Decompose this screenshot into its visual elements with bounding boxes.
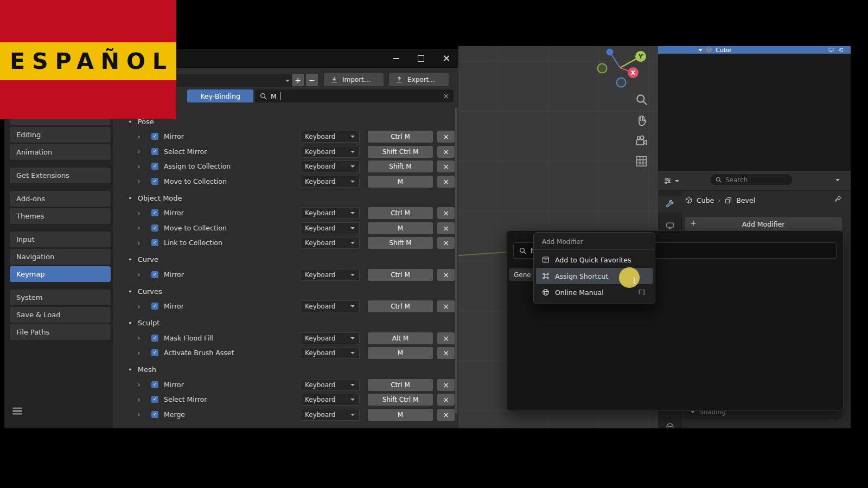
enabled-checkbox[interactable]: ✓ — [151, 239, 158, 246]
outliner-panel[interactable] — [658, 46, 851, 171]
properties-options-chevron-icon[interactable] — [835, 179, 840, 181]
editor-type-selector[interactable] — [663, 174, 686, 188]
zoom-icon[interactable] — [635, 93, 648, 106]
sidebar-item-animation[interactable]: Animation — [10, 144, 111, 160]
add-modifier-button[interactable]: + Add Modifier — [685, 217, 842, 231]
sidebar-item-input[interactable]: Input — [10, 232, 111, 247]
expand-chevron-icon[interactable]: › — [137, 349, 145, 357]
key-binding-button[interactable]: M — [368, 176, 433, 188]
remove-binding-button[interactable]: × — [437, 146, 455, 158]
clear-search-icon[interactable]: × — [443, 92, 449, 100]
sidebar-item-editing[interactable]: Editing — [10, 127, 111, 143]
expand-chevron-icon[interactable]: › — [137, 224, 145, 232]
navigation-gizmo[interactable]: Y X — [593, 42, 653, 97]
keymap-group-header[interactable]: •Curves — [113, 284, 455, 299]
camera-view-icon[interactable] — [635, 134, 648, 148]
add-keyconfig-button[interactable]: + — [292, 74, 304, 86]
remove-binding-button[interactable]: × — [437, 332, 455, 344]
pin-icon[interactable] — [834, 195, 843, 203]
expand-chevron-icon[interactable]: › — [137, 303, 145, 310]
expand-chevron-icon[interactable]: › — [137, 147, 145, 155]
expand-chevron-icon[interactable]: › — [137, 381, 145, 388]
key-binding-button[interactable]: Shift M — [368, 160, 433, 172]
sidebar-item-file-paths[interactable]: File Paths — [10, 324, 111, 340]
breadcrumb-modifier[interactable]: Bevel — [736, 196, 755, 204]
remove-binding-button[interactable]: × — [437, 222, 455, 234]
remove-binding-button[interactable]: × — [437, 379, 455, 391]
tab-render[interactable] — [665, 221, 675, 230]
ortho-grid-icon[interactable] — [635, 155, 648, 168]
remove-binding-button[interactable]: × — [437, 160, 455, 172]
remove-binding-button[interactable]: × — [437, 131, 455, 143]
outliner-selected-row[interactable]: Cube — [658, 46, 851, 54]
scrollbar[interactable] — [455, 107, 457, 414]
sidebar-item-navigation[interactable]: Navigation — [10, 249, 111, 265]
remove-binding-button[interactable]: × — [437, 394, 455, 406]
enabled-checkbox[interactable]: ✓ — [151, 271, 158, 278]
enabled-checkbox[interactable]: ✓ — [151, 411, 158, 418]
enabled-checkbox[interactable]: ✓ — [151, 224, 158, 232]
remove-binding-button[interactable]: × — [437, 347, 455, 359]
device-dropdown[interactable]: Keyboard — [300, 207, 360, 219]
remove-keyconfig-button[interactable]: − — [306, 74, 318, 86]
pan-hand-icon[interactable] — [635, 114, 648, 127]
enabled-checkbox[interactable]: ✓ — [151, 133, 158, 140]
expand-chevron-icon[interactable]: › — [137, 163, 145, 170]
maximize-button[interactable] — [409, 49, 433, 68]
expand-chevron-icon[interactable]: › — [137, 177, 145, 185]
enabled-checkbox[interactable]: ✓ — [151, 178, 158, 185]
key-binding-button[interactable]: Ctrl M — [368, 379, 433, 391]
device-dropdown[interactable]: Keyboard — [300, 409, 360, 421]
import-button[interactable]: Import... — [324, 73, 384, 86]
enabled-checkbox[interactable]: ✓ — [151, 148, 158, 155]
device-dropdown[interactable]: Keyboard — [300, 222, 360, 234]
key-binding-button[interactable]: Ctrl M — [368, 207, 433, 219]
device-dropdown[interactable]: Keyboard — [300, 160, 360, 172]
sidebar-item-add-ons[interactable]: Add-ons — [10, 191, 111, 207]
export-button[interactable]: Export... — [389, 73, 449, 86]
remove-binding-button[interactable]: × — [437, 300, 455, 312]
enabled-checkbox[interactable]: ✓ — [151, 349, 158, 356]
device-dropdown[interactable]: Keyboard — [300, 237, 360, 249]
device-dropdown[interactable]: Keyboard — [300, 379, 360, 391]
key-binding-button[interactable]: M — [368, 347, 433, 359]
enabled-checkbox[interactable]: ✓ — [151, 163, 158, 170]
key-binding-button[interactable]: Alt M — [368, 332, 433, 344]
screen-visibility-icon[interactable] — [828, 47, 834, 53]
expand-chevron-icon[interactable]: › — [137, 271, 145, 278]
device-dropdown[interactable]: Keyboard — [300, 176, 360, 188]
minimize-button[interactable] — [384, 49, 409, 68]
close-button[interactable] — [433, 49, 458, 68]
disclosure-triangle-icon[interactable] — [698, 49, 703, 52]
device-dropdown[interactable]: Keyboard — [300, 269, 360, 281]
remove-binding-button[interactable]: × — [437, 269, 455, 281]
breadcrumb-object[interactable]: Cube — [697, 196, 714, 204]
expand-chevron-icon[interactable]: › — [137, 410, 145, 418]
tab-modifiers[interactable] — [658, 196, 682, 213]
enabled-checkbox[interactable]: ✓ — [151, 381, 158, 388]
expand-chevron-icon[interactable]: › — [137, 239, 145, 247]
keymap-search-field[interactable]: M × — [255, 89, 454, 102]
enabled-checkbox[interactable]: ✓ — [151, 303, 158, 310]
device-dropdown[interactable]: Keyboard — [300, 131, 360, 143]
remove-binding-button[interactable]: × — [437, 207, 455, 219]
enabled-checkbox[interactable]: ✓ — [151, 396, 158, 403]
device-dropdown[interactable]: Keyboard — [300, 332, 360, 344]
keymap-group-header[interactable]: •Sculpt — [113, 316, 455, 331]
expand-chevron-icon[interactable]: › — [137, 133, 145, 140]
keymap-group-header[interactable]: •Mesh — [113, 362, 455, 377]
key-binding-button[interactable]: M — [368, 222, 433, 234]
render-visibility-icon[interactable] — [838, 47, 844, 53]
device-dropdown[interactable]: Keyboard — [300, 300, 360, 312]
expand-chevron-icon[interactable]: › — [137, 334, 145, 342]
keymap-group-header[interactable]: •Curve — [113, 252, 455, 267]
key-binding-button[interactable]: Ctrl M — [368, 131, 433, 143]
remove-binding-button[interactable]: × — [437, 237, 455, 249]
keymap-group-header[interactable]: •Object Mode — [113, 190, 455, 206]
remove-binding-button[interactable]: × — [437, 176, 455, 188]
expand-chevron-icon[interactable]: › — [137, 209, 145, 217]
key-binding-button[interactable]: Shift M — [368, 237, 433, 249]
enabled-checkbox[interactable]: ✓ — [151, 209, 158, 216]
sidebar-item-system[interactable]: System — [10, 290, 111, 305]
menu-hamburger-icon[interactable] — [11, 404, 24, 418]
